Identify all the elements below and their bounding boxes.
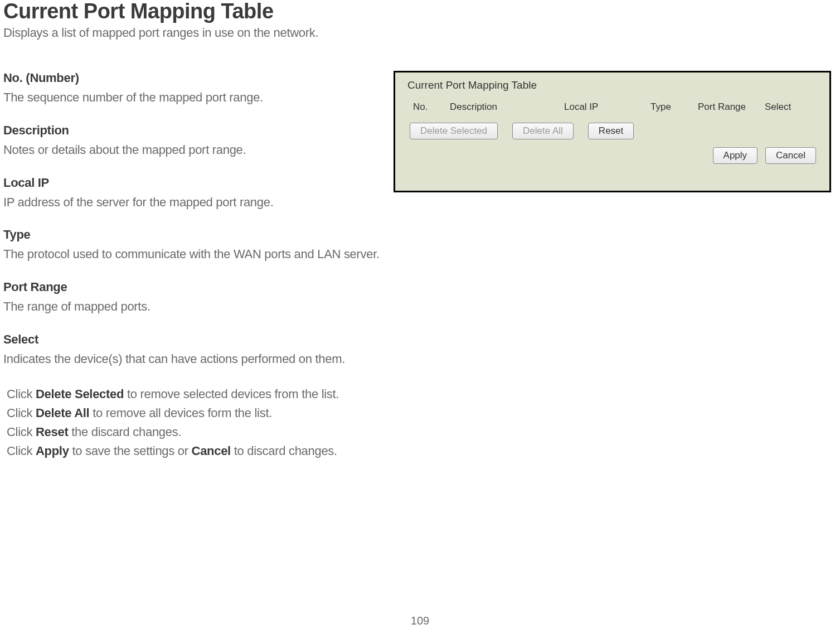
definitions-list: No. (Number) The sequence number of the … — [3, 71, 382, 461]
instruction-delete-all: Click Delete All to remove all devices f… — [7, 404, 382, 423]
instruction-delete-selected: Click Delete Selected to remove selected… — [7, 385, 382, 404]
panel-title: Current Port Mapping Table — [407, 79, 819, 91]
col-header-type: Type — [650, 101, 698, 113]
text: to save the settings or — [69, 444, 192, 458]
panel-button-row: Delete Selected Delete All Reset — [410, 123, 819, 139]
cancel-button[interactable]: Cancel — [765, 147, 816, 164]
col-header-no: No. — [405, 101, 450, 113]
def-desc: The sequence number of the mapped port r… — [3, 89, 382, 107]
def-type: Type The protocol used to communicate wi… — [3, 228, 382, 263]
def-port-range: Port Range The range of mapped ports. — [3, 280, 382, 316]
apply-button[interactable]: Apply — [713, 147, 758, 164]
delete-all-button[interactable]: Delete All — [512, 123, 574, 139]
text: Click — [7, 406, 36, 420]
def-local-ip: Local IP IP address of the server for th… — [3, 176, 382, 211]
text: Click — [7, 444, 36, 458]
col-header-description: Description — [450, 101, 564, 113]
def-no: No. (Number) The sequence number of the … — [3, 71, 382, 107]
bold: Delete All — [36, 406, 89, 420]
reset-button[interactable]: Reset — [588, 123, 634, 139]
text: Click — [7, 425, 36, 439]
def-desc: IP address of the server for the mapped … — [3, 193, 382, 211]
text: to remove all devices form the list. — [89, 406, 272, 420]
def-desc: Indicates the device(s) that can have ac… — [3, 350, 382, 368]
page-title: Current Port Mapping Table — [0, 0, 840, 23]
bold: Delete Selected — [36, 387, 124, 401]
instruction-apply-cancel: Click Apply to save the settings or Canc… — [7, 442, 382, 461]
def-description: Description Notes or details about the m… — [3, 123, 382, 159]
def-desc: The range of mapped ports. — [3, 298, 382, 316]
port-mapping-panel: Current Port Mapping Table No. Descripti… — [394, 71, 831, 192]
def-select: Select Indicates the device(s) that can … — [3, 332, 382, 368]
def-term: Port Range — [3, 280, 382, 294]
col-header-port-range: Port Range — [698, 101, 765, 113]
instructions: Click Delete Selected to remove selected… — [3, 385, 382, 461]
delete-selected-button[interactable]: Delete Selected — [410, 123, 498, 139]
bold: Apply — [36, 444, 69, 458]
def-desc: The protocol used to communicate with th… — [3, 245, 382, 263]
bold: Reset — [36, 425, 68, 439]
text: the discard changes. — [68, 425, 181, 439]
content-area: No. (Number) The sequence number of the … — [0, 71, 840, 461]
text: to discard changes. — [231, 444, 337, 458]
col-header-local-ip: Local IP — [564, 101, 650, 113]
col-header-select: Select — [765, 101, 804, 113]
bold: Cancel — [192, 444, 231, 458]
page-subtitle: Displays a list of mapped port ranges in… — [0, 26, 840, 40]
def-term: Select — [3, 332, 382, 347]
text: Click — [7, 387, 36, 401]
def-term: Description — [3, 123, 382, 138]
page-number: 109 — [0, 614, 840, 627]
def-desc: Notes or details about the mapped port r… — [3, 141, 382, 159]
def-term: Type — [3, 228, 382, 242]
text: to remove selected devices from the list… — [124, 387, 339, 401]
def-term: Local IP — [3, 176, 382, 190]
panel-header-row: No. Description Local IP Type Port Range… — [405, 101, 819, 113]
instruction-reset: Click Reset the discard changes. — [7, 423, 382, 442]
panel-bottom-row: Apply Cancel — [405, 147, 816, 164]
def-term: No. (Number) — [3, 71, 382, 85]
